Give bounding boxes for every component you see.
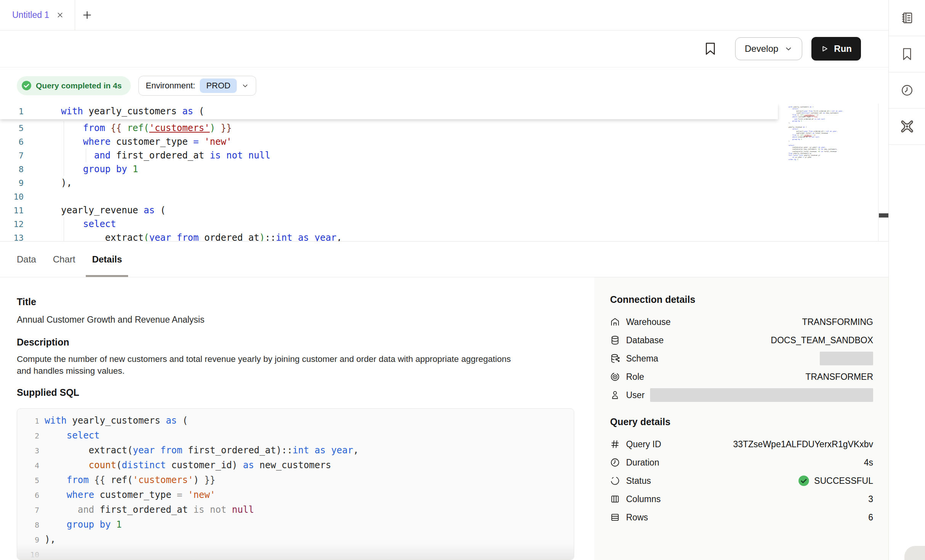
bookmarks-panel-button[interactable]	[889, 36, 925, 72]
detail-label: Duration	[626, 458, 659, 468]
check-circle-icon	[21, 80, 32, 91]
line-number: 3	[23, 443, 45, 458]
code-line[interactable]: 11yearly_revenue as (	[0, 203, 835, 217]
hash-icon	[610, 439, 620, 449]
new-tab-button[interactable]	[75, 0, 99, 30]
query-status-badge: Query completed in 4s	[17, 76, 131, 95]
code-line[interactable]: 8 group by 1	[0, 162, 835, 176]
editor-minimap[interactable]: with yearly_customers as ( select extrac…	[788, 106, 865, 160]
code-line[interactable]: 10	[0, 190, 835, 203]
detail-value: 6	[868, 512, 873, 523]
code-line[interactable]: 9),	[0, 176, 835, 190]
editor-scrollbar[interactable]	[878, 104, 888, 241]
line-number: 10	[23, 547, 45, 560]
code-line[interactable]: 5 from {{ ref('customers') }}	[0, 121, 835, 135]
editor-code-lines: 5 from {{ ref('customers') }}6 where cus…	[0, 121, 835, 242]
line-number: 12	[0, 218, 61, 231]
line-number: 6	[0, 135, 61, 149]
detail-label: User	[626, 390, 645, 400]
detail-row: StatusSUCCESSFUL	[610, 472, 873, 490]
run-button[interactable]: Run	[811, 37, 861, 61]
detail-row: Schema	[610, 349, 873, 368]
details-panel: Title Annual Customer Growth and Revenue…	[0, 277, 888, 560]
line-number: 10	[0, 190, 61, 204]
editor-sticky-line: 1with yearly_customers as (	[0, 104, 778, 119]
detail-label: Schema	[626, 354, 658, 364]
play-icon	[821, 45, 829, 53]
bookmark-icon	[901, 48, 913, 61]
spinner-icon	[610, 476, 620, 486]
detail-row: RoleTRANSFORMER	[610, 368, 873, 386]
title-heading: Title	[17, 296, 36, 307]
code-line: 2 select	[23, 428, 574, 443]
chevron-down-icon	[241, 82, 249, 90]
redacted-value	[650, 388, 873, 402]
line-number: 9	[0, 176, 61, 190]
detail-value: 33TZseWpe1ALFDUYerxR1gVKxbv	[733, 439, 873, 450]
detail-value: TRANSFORMER	[805, 372, 873, 382]
line-number: 8	[0, 163, 61, 176]
bookmark-icon	[705, 42, 716, 55]
line-number: 13	[0, 231, 61, 242]
close-tab-icon[interactable]	[56, 11, 64, 19]
tab-label: Untitled 1	[12, 10, 49, 20]
code-line: 8 group by 1	[23, 517, 574, 532]
description-value: Compute the number of new customers and …	[17, 353, 516, 377]
results-tab-chart[interactable]: Chart	[53, 242, 75, 277]
environment-selector[interactable]: Environment: PROD	[138, 76, 256, 96]
supplied-sql-code-block: 1with yearly_customers as (2 select3 ext…	[17, 408, 574, 560]
indent-guide	[64, 149, 64, 162]
redacted-value	[820, 352, 873, 365]
develop-dropdown[interactable]: Develop	[735, 37, 802, 60]
bookmark-button[interactable]	[705, 42, 716, 55]
database-icon	[610, 335, 620, 345]
supplied-sql-heading: Supplied SQL	[17, 387, 79, 398]
line-number: 8	[23, 518, 45, 533]
results-tab-data[interactable]: Data	[17, 242, 36, 277]
indent-guide	[64, 121, 64, 135]
detail-label: Warehouse	[626, 317, 671, 327]
title-value: Annual Customer Growth and Revenue Analy…	[17, 315, 204, 325]
code-line: 1with yearly_customers as (	[23, 413, 574, 428]
detail-label: Query ID	[626, 439, 661, 450]
ide-window: Untitled 1 Develop Run	[0, 0, 925, 560]
history-panel-button[interactable]	[889, 72, 925, 109]
tab-untitled-1[interactable]: Untitled 1	[0, 0, 75, 30]
indent-guide	[64, 231, 64, 242]
success-check-icon	[798, 475, 809, 486]
editor-scrollbar-thumb[interactable]	[879, 213, 888, 218]
develop-label: Develop	[745, 43, 778, 54]
line-number: 6	[23, 488, 45, 503]
results-tab-details[interactable]: Details	[92, 242, 122, 277]
detail-value: DOCS_TEAM_SANDBOX	[771, 335, 873, 346]
code-line[interactable]: 6 where customer_type = 'new'	[0, 135, 835, 149]
environment-value-badge: PROD	[200, 78, 237, 93]
detail-row: WarehouseTRANSFORMING	[610, 313, 873, 331]
query-summary-panel: Connection details WarehouseTRANSFORMING…	[594, 277, 888, 560]
environment-label: Environment:	[146, 81, 195, 91]
code-line: 10	[23, 547, 574, 560]
query-details-heading: Query details	[610, 416, 873, 427]
detail-label: Rows	[626, 512, 648, 523]
code-line[interactable]: 13 extract(year from ordered_at)::int as…	[0, 231, 835, 242]
detail-row: User	[610, 386, 873, 404]
notebook-panel-button[interactable]	[889, 0, 925, 36]
toolbar: Develop Run	[0, 30, 888, 67]
code-line[interactable]: 12 select	[0, 217, 835, 231]
code-line: order by 1	[788, 158, 865, 160]
code-line[interactable]: 7 and first_ordered_at is not null	[0, 149, 835, 162]
status-row: Query completed in 4s Environment: PROD	[0, 67, 888, 104]
line-number: 5	[23, 473, 45, 488]
lineage-panel-button[interactable]	[889, 109, 925, 145]
code-line: 9),	[23, 532, 574, 547]
user-icon	[610, 390, 620, 400]
line-number: 2	[23, 429, 45, 443]
detail-label: Status	[626, 476, 651, 486]
line-number: 7	[0, 149, 61, 163]
code-line[interactable]: 1with yearly_customers as (	[0, 104, 778, 118]
line-number: 1	[23, 414, 45, 429]
detail-row: Query ID33TZseWpe1ALFDUYerxR1gVKxbv	[610, 435, 873, 453]
sql-editor[interactable]: 5 from {{ ref('customers') }}6 where cus…	[0, 104, 888, 242]
indent-guide	[64, 135, 64, 149]
indent-guide	[64, 217, 64, 231]
